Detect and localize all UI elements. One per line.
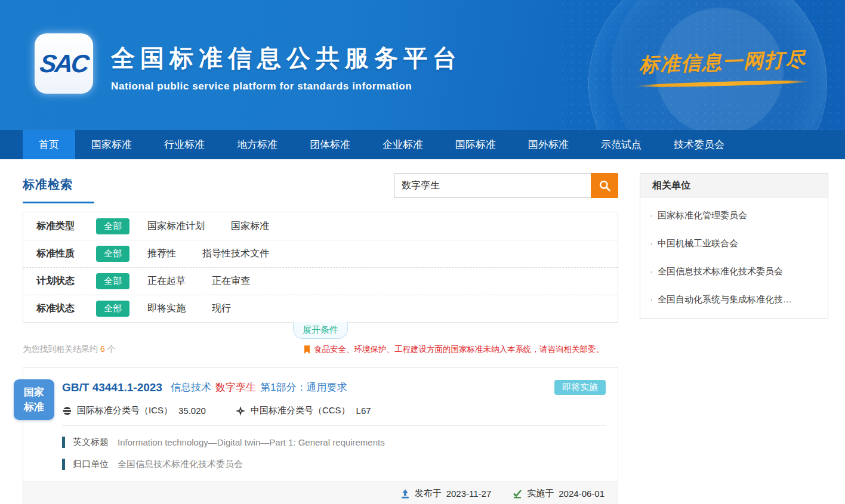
filter-option[interactable]: 国家标准计划 — [147, 220, 205, 233]
standard-title-row: GB/T 43441.1-2023 信息技术 数字孪生 第1部分：通用要求 即将… — [62, 380, 606, 395]
filter-option[interactable]: 正在审查 — [212, 275, 250, 287]
filter-row-standard-nature: 标准性质 全部 推荐性 指导性技术文件 — [23, 240, 618, 267]
result-count-suffix: 个 — [107, 344, 116, 354]
search-results-column: 标准检索 标准类型 全部 国家标准计划 国家标准 标准性质 — [23, 173, 618, 504]
type-badge-line2: 标准 — [24, 400, 44, 415]
filter-all-button[interactable]: 全部 — [96, 218, 129, 234]
standard-title-part2[interactable]: 第1部分：通用要求 — [260, 381, 347, 394]
implemented-date-group: 实施于 2024-06-01 — [513, 488, 605, 499]
implement-check-icon — [513, 489, 522, 499]
system-notice: 食品安全、环境保护、工程建设方面的国家标准未纳入本系统，请咨询相关部委。 — [304, 344, 604, 355]
section-title: 标准检索 — [23, 177, 73, 193]
nav-item-enterprise-standards[interactable]: 企业标准 — [366, 130, 439, 159]
nav-item-national-standards[interactable]: 国家标准 — [75, 130, 148, 159]
sidebar-item-machinery-federation[interactable]: ·中国机械工业联合会 — [650, 229, 818, 257]
nav-item-group-standards[interactable]: 团体标准 — [294, 130, 366, 159]
site-header: SAC 全国标准信息公共服务平台 National public service… — [0, 0, 845, 130]
expand-conditions-button[interactable]: 展开条件 — [293, 322, 348, 339]
related-units-title: 相关单位 — [640, 174, 828, 197]
search-button[interactable] — [591, 173, 618, 198]
publish-upload-icon — [400, 489, 410, 499]
filter-option[interactable]: 推荐性 — [147, 248, 176, 260]
filter-all-button[interactable]: 全部 — [96, 273, 129, 289]
bullet-icon: · — [650, 210, 653, 220]
standard-title-part1[interactable]: 信息技术 — [171, 381, 211, 394]
nav-item-home[interactable]: 首页 — [23, 130, 75, 159]
globe-icon — [62, 406, 72, 416]
site-title: 全国标准信息公共服务平台 — [111, 42, 462, 75]
ics-value: 35.020 — [178, 406, 206, 416]
site-title-block: 全国标准信息公共服务平台 National public service pla… — [111, 42, 462, 92]
filter-option[interactable]: 现行 — [212, 302, 231, 315]
result-count: 为您找到相关结果约6个 — [23, 344, 116, 355]
nav-item-local-standards[interactable]: 地方标准 — [221, 130, 294, 159]
sidebar-item-it-standardization[interactable]: ·全国信息技术标准化技术委员会 — [650, 257, 818, 285]
bullet-icon: · — [650, 266, 653, 276]
result-card: 国家 标准 GB/T 43441.1-2023 信息技术 数字孪生 第1部分：通… — [23, 367, 618, 504]
main-content: 标准检索 标准类型 全部 国家标准计划 国家标准 标准性质 — [0, 159, 845, 504]
implemented-date: 2024-06-01 — [559, 488, 605, 499]
type-badge-line1: 国家 — [24, 385, 44, 400]
filter-panel: 标准类型 全部 国家标准计划 国家标准 标准性质 全部 推荐性 指导性技术文件 … — [23, 212, 618, 323]
filter-option[interactable]: 国家标准 — [231, 220, 269, 233]
standard-code-link[interactable]: GB/T 43441.1-2023 — [62, 381, 162, 394]
ccs-label: 中国标准分类号（CCS） — [251, 405, 350, 416]
sidebar-item-label: 国家标准化管理委员会 — [658, 210, 747, 220]
sidebar-item-sac[interactable]: ·国家标准化管理委员会 — [650, 201, 818, 229]
header-slogan: 标准信息一网打尽 — [633, 49, 812, 86]
ccs-value: L67 — [356, 406, 371, 416]
slogan-text: 标准信息一网打尽 — [633, 46, 812, 79]
sac-logo-text: SAC — [39, 50, 90, 78]
sac-logo[interactable]: SAC — [35, 33, 93, 94]
sidebar-item-label: 全国自动化系统与集成标准化技… — [658, 294, 792, 304]
published-date-group: 发布于 2023-11-27 — [400, 488, 492, 499]
section-title-tab: 标准检索 — [23, 173, 94, 203]
filter-all-button[interactable]: 全部 — [96, 301, 129, 317]
sidebar-item-label: 中国机械工业联合会 — [658, 238, 738, 248]
filter-all-button[interactable]: 全部 — [96, 246, 129, 262]
related-units-sidebar: 相关单位 ·国家标准化管理委员会 ·中国机械工业联合会 ·全国信息技术标准化技术… — [640, 173, 828, 319]
card-divider — [62, 425, 606, 426]
published-date: 2023-11-27 — [446, 488, 492, 499]
status-badge: 即将实施 — [554, 380, 606, 395]
committee-value: 全国信息技术标准化技术委员会 — [118, 459, 243, 470]
standard-title-highlight[interactable]: 数字孪生 — [215, 381, 256, 394]
english-title-row: 英文标题 Information technology—Digital twin… — [62, 437, 606, 448]
related-units-panel: 相关单位 ·国家标准化管理委员会 ·中国机械工业联合会 ·全国信息技术标准化技术… — [640, 173, 828, 319]
filter-label: 计划状态 — [36, 275, 96, 287]
filter-option[interactable]: 即将实施 — [147, 302, 186, 315]
implemented-label: 实施于 — [527, 488, 554, 499]
classification-row: 国际标准分类号（ICS） 35.020 中国标准分类号（CCS） L67 — [62, 405, 606, 416]
filter-option[interactable]: 指导性技术文件 — [202, 248, 269, 260]
result-count-number: 6 — [100, 344, 105, 354]
committee-row: 归口单位 全国信息技术标准化技术委员会 — [62, 459, 606, 470]
result-info-row: 为您找到相关结果约6个 食品安全、环境保护、工程建设方面的国家标准未纳入本系统，… — [23, 344, 618, 355]
search-input[interactable] — [394, 173, 591, 198]
filter-label: 标准性质 — [36, 248, 96, 260]
nav-item-foreign-standards[interactable]: 国外标准 — [512, 130, 585, 159]
notice-text: 食品安全、环境保护、工程建设方面的国家标准未纳入本系统，请咨询相关部委。 — [314, 344, 604, 355]
site-subtitle: National public service platform for sta… — [111, 81, 462, 92]
filter-row-standard-type: 标准类型 全部 国家标准计划 国家标准 — [23, 212, 618, 240]
search-icon — [599, 180, 611, 192]
nav-item-pilot-demo[interactable]: 示范试点 — [585, 130, 658, 159]
main-nav: 首页 国家标准 行业标准 地方标准 团体标准 企业标准 国际标准 国外标准 示范… — [0, 130, 845, 159]
result-count-prefix: 为您找到相关结果约 — [23, 344, 98, 354]
filter-row-standard-status: 标准状态 全部 即将实施 现行 — [23, 295, 618, 322]
filter-row-plan-status: 计划状态 全部 正在起草 正在审查 — [23, 267, 618, 295]
sidebar-item-label: 全国信息技术标准化技术委员会 — [658, 266, 783, 276]
related-units-list: ·国家标准化管理委员会 ·中国机械工业联合会 ·全国信息技术标准化技术委员会 ·… — [640, 197, 828, 318]
nav-item-international-standards[interactable]: 国际标准 — [439, 130, 512, 159]
english-title-value: Information technology—Digital twin—Part… — [118, 437, 385, 447]
filter-option[interactable]: 正在起草 — [147, 275, 186, 287]
published-label: 发布于 — [415, 488, 442, 499]
nav-item-technical-committees[interactable]: 技术委员会 — [658, 130, 741, 159]
english-title-label: 英文标题 — [73, 437, 109, 448]
bullet-icon: · — [650, 294, 653, 304]
ccs-group: 中国标准分类号（CCS） L67 — [236, 405, 371, 416]
card-body: GB/T 43441.1-2023 信息技术 数字孪生 第1部分：通用要求 即将… — [23, 368, 618, 470]
nav-item-industry-standards[interactable]: 行业标准 — [148, 130, 221, 159]
search-row: 标准检索 — [23, 173, 618, 203]
standard-type-badge: 国家 标准 — [14, 379, 54, 420]
sidebar-item-automation-systems[interactable]: ·全国自动化系统与集成标准化技… — [650, 285, 818, 313]
